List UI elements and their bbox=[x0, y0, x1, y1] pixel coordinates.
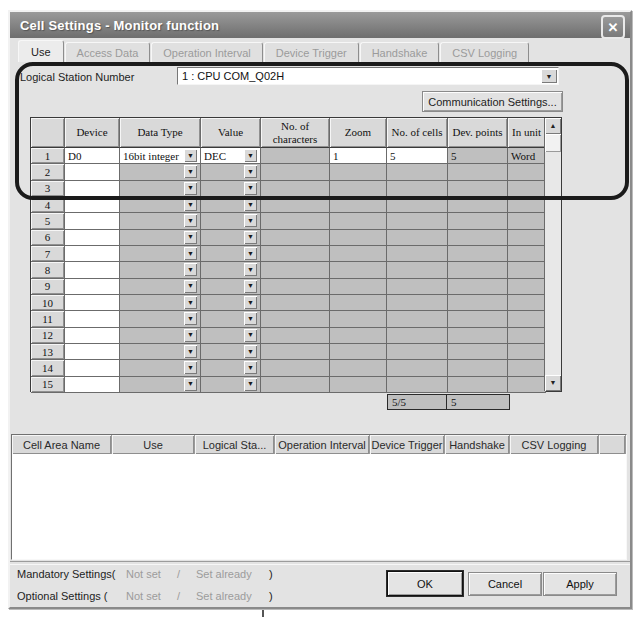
chevron-down-icon[interactable]: ▼ bbox=[244, 329, 257, 342]
in-unit-cell[interactable]: Word bbox=[508, 148, 546, 164]
no-of-cells-cell[interactable] bbox=[387, 197, 448, 213]
device-cell[interactable] bbox=[65, 197, 120, 213]
dev-points-cell[interactable]: 5 bbox=[448, 148, 508, 164]
no-of-cells-cell[interactable] bbox=[387, 213, 448, 229]
in-unit-cell[interactable] bbox=[508, 181, 546, 197]
no-of-cells-cell[interactable] bbox=[387, 377, 448, 393]
no-of-characters-cell[interactable] bbox=[261, 279, 330, 295]
no-of-cells-cell[interactable] bbox=[387, 181, 448, 197]
no-of-cells-cell[interactable]: 5 bbox=[387, 148, 448, 164]
tab-access-data[interactable]: Access Data bbox=[65, 42, 151, 62]
no-of-cells-cell[interactable] bbox=[387, 230, 448, 246]
value-cell[interactable]: ▼ bbox=[201, 262, 261, 278]
chevron-down-icon[interactable]: ▼ bbox=[244, 378, 257, 391]
zoom-cell[interactable]: 1 bbox=[330, 148, 387, 164]
in-unit-cell[interactable] bbox=[508, 311, 546, 327]
chevron-down-icon[interactable]: ▼ bbox=[184, 312, 197, 325]
zoom-cell[interactable] bbox=[330, 328, 387, 344]
in-unit-cell[interactable] bbox=[508, 197, 546, 213]
device-cell[interactable] bbox=[65, 262, 120, 278]
dev-points-cell[interactable] bbox=[448, 197, 508, 213]
chevron-down-icon[interactable]: ▼ bbox=[184, 214, 197, 227]
data-type-cell[interactable]: ▼ bbox=[120, 164, 201, 180]
dev-points-cell[interactable] bbox=[448, 181, 508, 197]
zoom-cell[interactable] bbox=[330, 295, 387, 311]
device-cell[interactable]: D0 bbox=[65, 148, 120, 164]
no-of-characters-cell[interactable] bbox=[261, 164, 330, 180]
dev-points-cell[interactable] bbox=[448, 344, 508, 360]
in-unit-cell[interactable] bbox=[508, 344, 546, 360]
zoom-cell[interactable] bbox=[330, 230, 387, 246]
data-type-cell[interactable]: ▼ bbox=[120, 311, 201, 327]
dev-points-cell[interactable] bbox=[448, 377, 508, 393]
data-type-cell[interactable]: ▼ bbox=[120, 213, 201, 229]
value-cell[interactable]: ▼ bbox=[201, 230, 261, 246]
value-cell[interactable]: ▼ bbox=[201, 181, 261, 197]
in-unit-cell[interactable] bbox=[508, 246, 546, 262]
dev-points-cell[interactable] bbox=[448, 213, 508, 229]
no-of-characters-cell[interactable] bbox=[261, 295, 330, 311]
device-cell[interactable] bbox=[65, 164, 120, 180]
no-of-cells-cell[interactable] bbox=[387, 164, 448, 180]
list-column-header-logical-sta-[interactable]: Logical Sta... bbox=[195, 435, 275, 454]
zoom-cell[interactable] bbox=[330, 377, 387, 393]
chevron-down-icon[interactable]: ▼ bbox=[184, 378, 197, 391]
in-unit-cell[interactable] bbox=[508, 262, 546, 278]
list-column-header-device-trigger[interactable]: Device Trigger bbox=[370, 435, 445, 454]
value-cell[interactable]: ▼ bbox=[201, 295, 261, 311]
tab-csv-logging[interactable]: CSV Logging bbox=[440, 42, 529, 62]
scroll-down-button[interactable]: ▼ bbox=[545, 375, 561, 391]
value-cell[interactable]: ▼ bbox=[201, 360, 261, 376]
device-cell[interactable] bbox=[65, 311, 120, 327]
no-of-characters-cell[interactable] bbox=[261, 213, 330, 229]
zoom-cell[interactable] bbox=[330, 262, 387, 278]
no-of-characters-cell[interactable] bbox=[261, 181, 330, 197]
zoom-cell[interactable] bbox=[330, 311, 387, 327]
in-unit-cell[interactable] bbox=[508, 360, 546, 376]
chevron-down-icon[interactable]: ▼ bbox=[244, 231, 257, 244]
chevron-down-icon[interactable]: ▼ bbox=[184, 149, 197, 162]
data-type-cell[interactable]: ▼ bbox=[120, 230, 201, 246]
value-cell[interactable]: ▼ bbox=[201, 164, 261, 180]
no-of-cells-cell[interactable] bbox=[387, 279, 448, 295]
list-column-header-csv-logging[interactable]: CSV Logging bbox=[510, 435, 599, 454]
value-cell[interactable]: ▼ bbox=[201, 197, 261, 213]
data-type-cell[interactable]: ▼ bbox=[120, 262, 201, 278]
device-cell[interactable] bbox=[65, 213, 120, 229]
value-cell[interactable]: ▼ bbox=[201, 328, 261, 344]
chevron-down-icon[interactable]: ▼ bbox=[184, 198, 197, 211]
logical-station-select[interactable]: 1 : CPU COM_Q02H ▼ bbox=[177, 67, 559, 85]
list-column-header-use[interactable]: Use bbox=[112, 435, 195, 454]
dev-points-cell[interactable] bbox=[448, 328, 508, 344]
zoom-cell[interactable] bbox=[330, 213, 387, 229]
chevron-down-icon[interactable]: ▼ bbox=[244, 182, 257, 195]
device-cell[interactable] bbox=[65, 328, 120, 344]
data-type-cell[interactable]: ▼ bbox=[120, 377, 201, 393]
zoom-cell[interactable] bbox=[330, 344, 387, 360]
chevron-down-icon[interactable]: ▼ bbox=[184, 296, 197, 309]
chevron-down-icon[interactable]: ▼ bbox=[244, 247, 257, 260]
no-of-characters-cell[interactable] bbox=[261, 344, 330, 360]
zoom-cell[interactable] bbox=[330, 197, 387, 213]
data-type-cell[interactable]: ▼ bbox=[120, 197, 201, 213]
device-cell[interactable] bbox=[65, 377, 120, 393]
zoom-cell[interactable] bbox=[330, 360, 387, 376]
chevron-down-icon[interactable]: ▼ bbox=[184, 345, 197, 358]
data-type-cell[interactable]: ▼ bbox=[120, 360, 201, 376]
no-of-characters-cell[interactable] bbox=[261, 230, 330, 246]
no-of-cells-cell[interactable] bbox=[387, 262, 448, 278]
close-button[interactable]: ✕ bbox=[601, 15, 625, 39]
chevron-down-icon[interactable]: ▼ bbox=[184, 231, 197, 244]
zoom-cell[interactable] bbox=[330, 164, 387, 180]
value-cell[interactable]: ▼ bbox=[201, 377, 261, 393]
data-type-cell[interactable]: ▼ bbox=[120, 344, 201, 360]
data-type-cell[interactable]: ▼ bbox=[120, 279, 201, 295]
no-of-cells-cell[interactable] bbox=[387, 344, 448, 360]
dev-points-cell[interactable] bbox=[448, 360, 508, 376]
scroll-up-button[interactable]: ▲ bbox=[545, 118, 561, 134]
data-type-cell[interactable]: ▼ bbox=[120, 181, 201, 197]
chevron-down-icon[interactable]: ▼ bbox=[244, 312, 257, 325]
value-cell[interactable]: ▼ bbox=[201, 279, 261, 295]
value-cell[interactable]: ▼ bbox=[201, 311, 261, 327]
device-cell[interactable] bbox=[65, 279, 120, 295]
